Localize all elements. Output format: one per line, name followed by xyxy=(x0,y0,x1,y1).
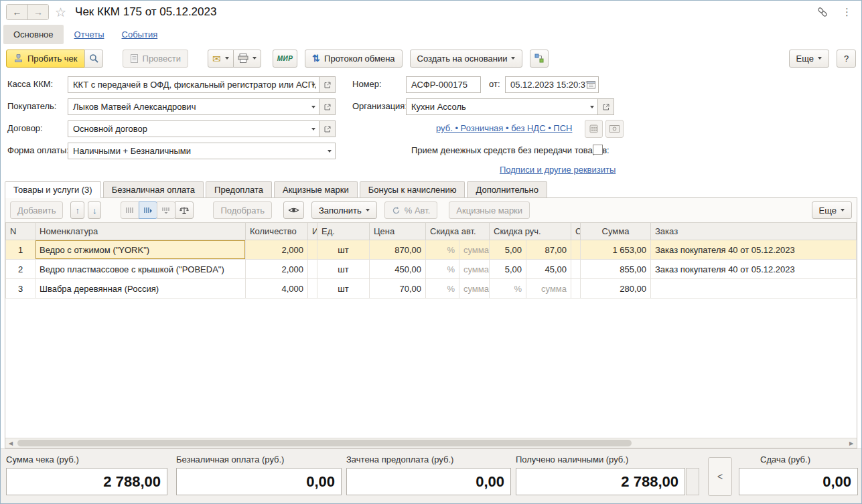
price-terms-link[interactable]: руб. • Розничная • без НДС • ПСН xyxy=(436,123,572,133)
grid-cell[interactable]: 1 xyxy=(6,240,35,260)
move-up-button[interactable]: ↑ xyxy=(70,201,84,219)
grid-cell[interactable]: Ведро с отжимом ("YORK") xyxy=(35,240,246,260)
cashless-input[interactable]: 0,00 xyxy=(176,468,342,495)
grid-cell[interactable]: сумма xyxy=(526,279,571,299)
payment-form-dropdown-icon[interactable] xyxy=(328,150,332,153)
grid-cell[interactable] xyxy=(308,279,317,299)
grid-cell[interactable]: 5,00 xyxy=(490,260,526,279)
grid-cell[interactable]: 2,000 xyxy=(246,260,308,279)
grid-row[interactable]: 3Швабра деревянная (Россия)4,000шт70,00%… xyxy=(6,279,857,299)
grid-cell[interactable] xyxy=(571,279,581,299)
grid-cell[interactable]: 70,00 xyxy=(370,279,426,299)
organization-dropdown-icon[interactable] xyxy=(590,106,594,108)
contract-open-button[interactable] xyxy=(319,120,336,137)
col-n[interactable]: N xyxy=(6,223,35,240)
back-button[interactable]: ← xyxy=(7,5,27,19)
kkm-dropdown-icon[interactable] xyxy=(311,84,315,86)
scrollbar-track[interactable] xyxy=(16,438,846,448)
grid-cell[interactable]: % xyxy=(426,279,459,299)
grid-cell[interactable] xyxy=(571,260,581,279)
grid-cell[interactable] xyxy=(308,240,317,260)
barcode-scan-mode-button[interactable] xyxy=(139,201,157,219)
fill-button[interactable]: Заполнить xyxy=(311,201,377,219)
no-goods-transfer-checkbox[interactable] xyxy=(593,145,603,155)
grid-cell[interactable]: 4,000 xyxy=(246,279,308,299)
forward-button[interactable]: → xyxy=(27,5,48,19)
grid-tab[interactable]: Товары и услуги (3) xyxy=(5,181,101,198)
prepayment-input[interactable]: 0,00 xyxy=(346,468,511,495)
more-button[interactable]: Еще xyxy=(789,50,829,68)
grid-cell[interactable]: 855,00 xyxy=(581,260,651,279)
grid-cell[interactable]: % xyxy=(490,279,526,299)
calendar-icon[interactable] xyxy=(587,80,595,89)
view-button[interactable] xyxy=(283,201,304,219)
buyer-open-button[interactable] xyxy=(319,98,336,115)
section-tab[interactable]: Основное xyxy=(3,25,64,44)
col-discount-auto[interactable]: Скидка авт. xyxy=(426,223,490,240)
scroll-right-icon[interactable]: ▶ xyxy=(846,440,857,446)
grid-cell[interactable]: сумма xyxy=(459,240,490,260)
cash-received-side-button[interactable] xyxy=(686,468,699,495)
grid-tab[interactable]: Бонусы к начислению xyxy=(360,181,465,197)
grid-row[interactable]: 1Ведро с отжимом ("YORK")2,000шт870,00%с… xyxy=(6,240,857,260)
terminal-button[interactable] xyxy=(585,120,603,138)
payment-form-field[interactable]: Наличными + Безналичными xyxy=(68,143,336,159)
grid-cell[interactable]: Ведро пластмассовое с крышкой ("POBEDA") xyxy=(35,260,246,279)
grid-cell[interactable]: шт xyxy=(317,260,370,279)
grid-tab[interactable]: Безналичная оплата xyxy=(103,181,204,197)
col-qty[interactable]: Количество xyxy=(246,223,308,240)
punch-check-lookup-button[interactable] xyxy=(84,50,103,68)
grid-cell[interactable]: 45,00 xyxy=(526,260,571,279)
post-button[interactable]: Провести xyxy=(123,50,189,68)
grid-cell[interactable]: % xyxy=(426,260,459,279)
email-button[interactable]: ✉ xyxy=(208,50,234,68)
grid-tab[interactable]: Предоплата xyxy=(206,181,272,197)
col-sum[interactable]: Сумма xyxy=(581,223,651,240)
col-unit[interactable]: Ед. xyxy=(317,223,370,240)
grid-cell[interactable]: 2,000 xyxy=(246,240,308,260)
barcode-load-button[interactable] xyxy=(157,201,175,219)
col-nomenclature[interactable]: Номенклатура xyxy=(35,223,246,240)
col-order[interactable]: Заказ xyxy=(651,223,857,240)
contract-field[interactable]: Основной договор xyxy=(68,120,319,137)
grid-row[interactable]: 2Ведро пластмассовое с крышкой ("POBEDA"… xyxy=(6,260,857,279)
barcode-scanner-button[interactable] xyxy=(121,201,139,219)
grid-tab[interactable]: Акцизные марки xyxy=(274,181,358,197)
copy-link-icon[interactable] xyxy=(816,6,829,18)
buyer-dropdown-icon[interactable] xyxy=(311,106,315,108)
more-menu-icon[interactable]: ⋮ xyxy=(842,6,852,18)
grid-cell[interactable]: 3 xyxy=(6,279,35,299)
grid-cell[interactable]: 450,00 xyxy=(370,260,426,279)
col-i[interactable]: И xyxy=(308,223,317,240)
print-button[interactable] xyxy=(233,50,261,68)
kkm-field[interactable]: ККТ с передачей в ОФД, фискальный регист… xyxy=(68,76,319,93)
grid-cell[interactable]: 870,00 xyxy=(370,240,426,260)
banknote-button[interactable] xyxy=(605,120,624,138)
grid-cell[interactable]: % xyxy=(426,240,459,260)
grid-cell[interactable] xyxy=(651,279,857,299)
favorite-star-icon[interactable]: ☆ xyxy=(55,5,66,20)
grid-cell[interactable]: Заказ покупателя 40 от 05.12.2023 xyxy=(651,240,857,260)
contract-dropdown-icon[interactable] xyxy=(311,128,315,131)
collapse-change-button[interactable]: < xyxy=(708,457,732,496)
grid-cell[interactable]: шт xyxy=(317,240,370,260)
related-documents-button[interactable] xyxy=(530,50,549,68)
punch-check-button[interactable]: Пробить чек xyxy=(6,50,85,68)
help-button[interactable]: ? xyxy=(837,50,856,68)
organization-open-button[interactable] xyxy=(597,98,614,115)
move-down-button[interactable]: ↓ xyxy=(88,201,102,219)
organization-field[interactable]: Кухни Ассоль xyxy=(406,98,598,115)
horizontal-scrollbar[interactable]: ◀ ▶ xyxy=(5,438,857,448)
grid-cell[interactable]: 280,00 xyxy=(581,279,651,299)
scales-button[interactable] xyxy=(175,201,194,219)
grid-cell[interactable]: 87,00 xyxy=(526,240,571,260)
signatures-link[interactable]: Подписи и другие реквизиты xyxy=(500,165,616,175)
col-s[interactable]: С xyxy=(571,223,581,240)
section-tab[interactable]: События xyxy=(115,25,165,44)
section-tab[interactable]: Отчеты xyxy=(68,25,111,44)
grid-cell[interactable] xyxy=(571,240,581,260)
grid-cell[interactable]: Швабра деревянная (Россия) xyxy=(35,279,246,299)
mir-button[interactable]: МИР xyxy=(273,50,298,68)
grid-cell[interactable]: Заказ покупателя 40 от 05.12.2023 xyxy=(651,260,857,279)
grid-cell[interactable]: шт xyxy=(317,279,370,299)
